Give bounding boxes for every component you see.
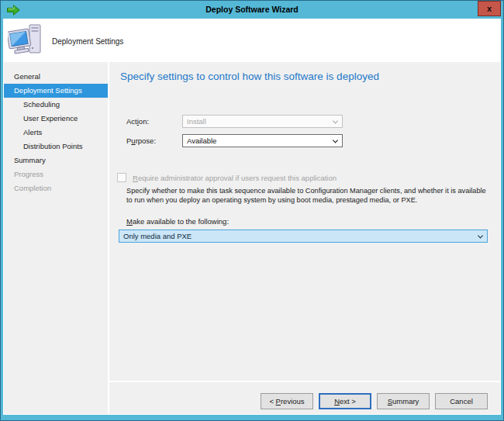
sidebar-item-summary[interactable]: Summary bbox=[4, 154, 108, 167]
approval-checkbox bbox=[117, 173, 126, 182]
sidebar-item-scheduling[interactable]: Scheduling bbox=[4, 98, 108, 112]
sidebar-item-user-experience[interactable]: User Experience bbox=[4, 112, 108, 126]
titlebar: Deploy Software Wizard x bbox=[1, 1, 503, 19]
sidebar-item-deployment-settings[interactable]: Deployment Settings bbox=[4, 84, 108, 98]
sidebar: GeneralDeployment SettingsSchedulingUser… bbox=[4, 62, 108, 414]
purpose-select[interactable]: Available bbox=[182, 134, 343, 147]
make-available-value: Only media and PXE bbox=[123, 232, 192, 240]
header-title: Deployment Settings bbox=[52, 37, 123, 46]
chevron-down-icon bbox=[478, 233, 483, 238]
make-available-label: Make available to the following: bbox=[126, 215, 229, 227]
wizard-body: GeneralDeployment SettingsSchedulingUser… bbox=[4, 62, 500, 414]
sidebar-item-alerts[interactable]: Alerts bbox=[4, 126, 108, 140]
sidebar-item-completion: Completion bbox=[4, 181, 108, 195]
approval-checkbox-label: Require administrator approval if users … bbox=[133, 171, 337, 184]
action-label: Action: bbox=[126, 115, 149, 128]
client-area: Deployment Settings GeneralDeployment Se… bbox=[3, 19, 501, 415]
sidebar-item-general[interactable]: General bbox=[4, 70, 108, 84]
purpose-label: Purpose: bbox=[126, 134, 156, 147]
deploy-software-wizard-window: Deploy Software Wizard x bbox=[0, 0, 504, 421]
chevron-down-icon bbox=[333, 118, 338, 123]
cancel-button[interactable]: Cancel bbox=[435, 393, 488, 409]
purpose-value: Available bbox=[187, 136, 216, 145]
window-title: Deploy Software Wizard bbox=[1, 1, 503, 19]
wizard-header: Deployment Settings bbox=[4, 19, 500, 62]
close-icon: x bbox=[487, 5, 492, 13]
page-heading: Specify settings to control how this sof… bbox=[120, 71, 379, 82]
sidebar-item-progress: Progress bbox=[4, 167, 108, 181]
next-button[interactable]: Next > bbox=[319, 393, 371, 409]
button-separator bbox=[109, 381, 500, 382]
content-pane: Specify settings to control how this sof… bbox=[109, 62, 500, 414]
sidebar-item-distribution-points[interactable]: Distribution Points bbox=[4, 140, 108, 154]
chevron-down-icon bbox=[333, 137, 338, 143]
action-value: Install bbox=[187, 117, 206, 126]
previous-button[interactable]: < Previous bbox=[261, 393, 313, 409]
summary-button[interactable]: Summary bbox=[377, 393, 430, 409]
close-button[interactable]: x bbox=[478, 1, 501, 16]
computer-icon bbox=[8, 23, 45, 59]
action-select: Install bbox=[182, 115, 343, 128]
button-row: < Previous Next > Summary Cancel bbox=[261, 393, 488, 409]
make-available-select[interactable]: Only media and PXE bbox=[119, 229, 488, 243]
description-text: Specify whether to make this task sequen… bbox=[126, 186, 489, 205]
